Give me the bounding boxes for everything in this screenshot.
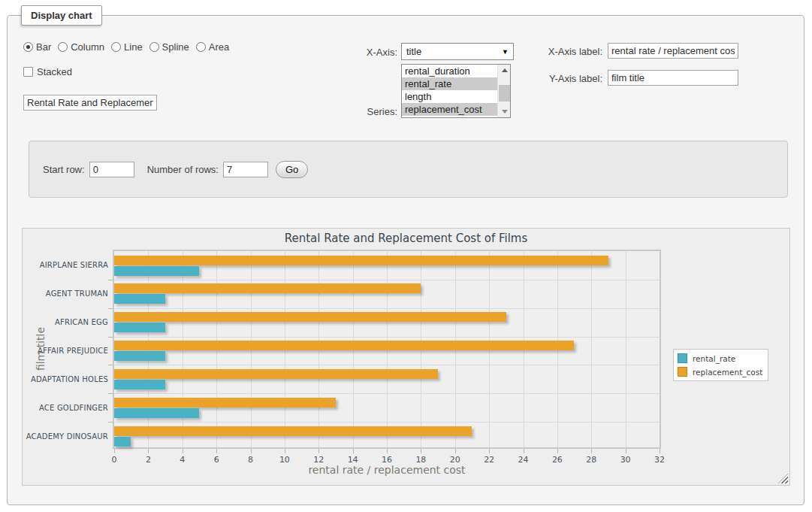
display-chart-fieldset: Display chart Bar Column Line Spline Are… [7, 15, 804, 505]
x-tick-mark [421, 449, 421, 453]
bar-rental_rate [114, 437, 131, 447]
x-tick-mark [114, 449, 115, 453]
radio-spline-circle[interactable] [149, 42, 159, 52]
radio-column[interactable]: Column [58, 41, 104, 53]
series-multiselect[interactable]: rental_duration rental_rate length repla… [401, 64, 511, 118]
gridline-horizontal [114, 393, 660, 394]
chart-type-radio-group: Bar Column Line Spline Area [23, 41, 229, 53]
bar-rental_rate [114, 266, 199, 276]
legend-entry: rental_rate [678, 353, 762, 363]
radio-bar-circle[interactable] [23, 42, 33, 52]
series-options: rental_duration rental_rate length repla… [402, 65, 497, 117]
bar-replacement_cost [114, 341, 574, 350]
radio-line-label: Line [124, 41, 143, 53]
rows-control-fieldset: Start row: Number of rows: Go [29, 141, 788, 198]
radio-area-label: Area [209, 41, 229, 53]
radio-line[interactable]: Line [111, 41, 143, 53]
category-label: ACADEMY DINOSAUR [23, 422, 108, 450]
series-option-replacement-cost[interactable]: replacement_cost [402, 103, 497, 116]
x-tick-mark [660, 449, 660, 453]
y-axis-label-label: Y-Axis label: [496, 73, 602, 84]
stacked-label: Stacked [37, 66, 72, 77]
stacked-row: Stacked [23, 66, 72, 77]
gridline-horizontal [114, 280, 660, 280]
start-row-label: Start row: [43, 164, 85, 175]
legend-label: rental_rate [693, 354, 735, 363]
radio-bar-label: Bar [36, 41, 51, 53]
x-tick-mark [183, 449, 183, 453]
radio-area[interactable]: Area [196, 41, 229, 53]
series-option-length[interactable]: length [402, 90, 497, 103]
y-tick-mark [108, 337, 113, 338]
x-tick-mark [251, 449, 252, 453]
legend-entry: replacement_cost [678, 367, 762, 377]
chart-container: Rental Rate and Replacement Cost of Film… [22, 228, 790, 486]
resize-grip-icon[interactable] [778, 474, 788, 483]
gridline-horizontal [114, 308, 660, 309]
y-tick-mark [108, 365, 113, 365]
series-option-rental-rate[interactable]: rental_rate [402, 77, 497, 90]
y-axis-label-input[interactable] [608, 70, 738, 86]
x-tick-mark [524, 449, 524, 453]
gridline-horizontal [114, 337, 660, 338]
chart-legend: rental_ratereplacement_cost [673, 349, 768, 381]
x-tick-mark [489, 449, 490, 453]
fieldset-legend: Display chart [21, 5, 102, 26]
bar-rental_rate [114, 323, 165, 332]
x-axis-selected-value: title [406, 46, 421, 57]
radio-column-circle[interactable] [58, 42, 68, 52]
series-option-rental-duration[interactable]: rental_duration [402, 65, 497, 77]
bar-replacement_cost [114, 312, 506, 322]
y-tick-mark [108, 280, 113, 280]
gridline-horizontal [114, 365, 660, 365]
x-tick-mark [591, 449, 592, 453]
radio-area-circle[interactable] [196, 42, 206, 52]
x-tick-mark [353, 449, 354, 453]
stacked-checkbox[interactable] [23, 67, 33, 77]
category-label: AGENT TRUMAN [23, 280, 108, 308]
legend-label: replacement_cost [693, 368, 762, 377]
x-axis-label-input[interactable] [608, 43, 738, 59]
x-tick-mark [148, 449, 149, 453]
plot-area: 02468101214161820222426283032AIRPLANE SI… [113, 250, 661, 449]
bar-replacement_cost [114, 283, 421, 293]
go-button[interactable]: Go [276, 161, 308, 178]
x-tick-mark [387, 449, 388, 453]
x-tick-mark [626, 449, 626, 453]
x-tick-mark [216, 449, 217, 453]
bar-rental_rate [114, 408, 199, 418]
num-rows-label: Number of rows: [147, 164, 219, 175]
x-axis-select-label: X-Axis: [331, 47, 397, 58]
radio-bar[interactable]: Bar [23, 41, 51, 53]
radio-column-label: Column [71, 41, 104, 53]
chart-y-axis-label: film title [35, 311, 47, 386]
y-tick-mark [108, 308, 113, 309]
scrollbar-thumb[interactable] [499, 85, 510, 101]
bar-replacement_cost [114, 256, 608, 265]
num-rows-input[interactable] [223, 162, 268, 177]
legend-swatch-icon [678, 367, 687, 377]
chart-title: Rental Rate and Replacement Cost of Film… [23, 232, 789, 245]
radio-spline[interactable]: Spline [149, 41, 189, 53]
category-label: AIRPLANE SIERRA [23, 251, 108, 280]
bar-rental_rate [114, 351, 165, 361]
chart-title-input[interactable] [23, 95, 157, 111]
y-tick-mark [108, 393, 113, 394]
x-tick-mark [455, 449, 456, 453]
gridline-vertical [591, 251, 592, 447]
x-tick-mark [557, 449, 558, 453]
rows-control-row: Start row: Number of rows: Go [43, 161, 308, 178]
radio-spline-label: Spline [162, 41, 189, 53]
category-label: ACE GOLDFINGER [23, 393, 108, 422]
series-select-label: Series: [331, 106, 397, 117]
scroll-down-icon[interactable] [498, 106, 511, 117]
y-tick-mark [108, 422, 113, 423]
radio-line-circle[interactable] [111, 42, 121, 52]
bar-replacement_cost [114, 426, 472, 436]
bar-rental_rate [114, 294, 165, 304]
x-tick-mark [285, 449, 285, 453]
start-row-input[interactable] [89, 162, 134, 177]
x-axis-label-label: X-Axis label: [496, 46, 602, 57]
gridline-horizontal [114, 422, 660, 423]
legend-swatch-icon [678, 353, 687, 363]
